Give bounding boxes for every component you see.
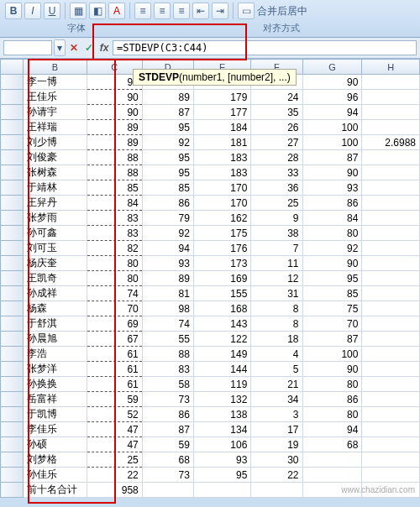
spreadsheet-grid[interactable]: B C D E F G H 李一博 90 88 178 90 王佳乐 90 89… [0, 59, 420, 498]
row-header[interactable] [1, 135, 24, 150]
cell[interactable]: 119 [193, 377, 250, 392]
cell[interactable]: 162 [193, 211, 250, 226]
cell[interactable]: 杨森 [23, 301, 87, 316]
table-row[interactable]: 王佳乐 90 89 179 24 96 [1, 90, 420, 105]
indent-decrease-button[interactable]: ⇤ [192, 3, 209, 19]
cell[interactable]: 8 [251, 301, 302, 316]
cell[interactable]: 70 [87, 301, 142, 316]
underline-button[interactable]: U [44, 3, 60, 19]
cell[interactable]: 90 [302, 75, 362, 90]
cell[interactable]: 19 [251, 437, 302, 452]
cell[interactable]: 95 [142, 165, 193, 180]
select-all[interactable] [1, 60, 24, 75]
cell[interactable]: 王舁丹 [23, 196, 87, 211]
row-header[interactable] [1, 165, 24, 180]
cell[interactable]: 7 [251, 241, 302, 256]
cell[interactable]: 143 [193, 316, 250, 332]
row-header[interactable] [1, 256, 24, 271]
row-header[interactable] [1, 286, 24, 301]
cell[interactable] [362, 90, 420, 105]
table-row[interactable]: 李佳乐 47 87 134 17 94 [1, 422, 420, 437]
cell[interactable]: 86 [142, 407, 193, 422]
cell[interactable]: 84 [87, 196, 142, 211]
row-header[interactable] [1, 226, 24, 241]
cell[interactable]: 96 [302, 90, 362, 105]
cell[interactable]: 李佳乐 [23, 422, 87, 437]
merge-icon[interactable]: ▭ [238, 3, 255, 19]
cell[interactable]: 孙换换 [23, 377, 87, 392]
cell[interactable]: 孙佳乐 [23, 468, 87, 483]
font-color-button[interactable]: A [108, 3, 125, 19]
cell[interactable]: 8 [251, 316, 302, 332]
cell[interactable]: 11 [251, 256, 302, 271]
cell[interactable]: 83 [87, 211, 142, 226]
cell[interactable] [362, 226, 420, 241]
align-right-button[interactable]: ≡ [173, 3, 190, 19]
table-row[interactable]: 刘梦格 25 68 93 30 [1, 452, 420, 468]
cell[interactable]: 100 [302, 347, 362, 362]
cell[interactable] [362, 211, 420, 226]
row-header[interactable] [1, 452, 24, 468]
cell[interactable]: 于凯博 [23, 407, 87, 422]
formula-input[interactable]: =STDEVP(C3:C44) [113, 40, 417, 55]
cell[interactable] [362, 347, 420, 362]
cell[interactable]: 21 [251, 377, 302, 392]
cell[interactable]: 孙请宇 [23, 105, 87, 120]
cell[interactable]: 85 [302, 286, 362, 301]
cell[interactable]: 95 [193, 468, 250, 483]
cell[interactable]: 177 [193, 105, 250, 120]
cell[interactable]: 88 [142, 347, 193, 362]
cell[interactable]: 26 [251, 120, 302, 135]
cell[interactable]: 134 [193, 422, 250, 437]
row-header[interactable] [1, 316, 24, 332]
cell[interactable]: 89 [87, 135, 142, 150]
table-row[interactable]: 孙成祥 74 81 155 31 85 [1, 286, 420, 301]
cell[interactable]: 24 [251, 90, 302, 105]
table-row[interactable]: 李浩 61 88 149 4 100 [1, 347, 420, 362]
cell[interactable]: 85 [87, 180, 142, 196]
name-box-dropdown[interactable]: ▾ [54, 39, 66, 56]
cell[interactable]: 岳富祥 [23, 392, 87, 407]
cell[interactable]: 82 [87, 241, 142, 256]
cell[interactable]: 84 [302, 211, 362, 226]
cell[interactable]: 30 [251, 452, 302, 468]
cell[interactable]: 前十名合计 [23, 483, 87, 498]
cell[interactable]: 75 [302, 301, 362, 316]
cell[interactable]: 89 [142, 271, 193, 286]
cell[interactable]: 74 [87, 286, 142, 301]
cell[interactable]: 90 [302, 362, 362, 377]
cell[interactable]: 70 [302, 316, 362, 332]
cell[interactable] [362, 196, 420, 211]
row-header[interactable] [1, 377, 24, 392]
cell[interactable]: 55 [142, 332, 193, 347]
cell[interactable]: 68 [302, 437, 362, 452]
cell[interactable]: 67 [87, 332, 142, 347]
cell[interactable]: 184 [193, 120, 250, 135]
cell[interactable]: 61 [87, 347, 142, 362]
cell[interactable]: 68 [142, 452, 193, 468]
cell[interactable] [302, 452, 362, 468]
table-row[interactable]: 于舒淇 69 74 143 8 70 [1, 316, 420, 332]
cell[interactable]: 94 [302, 422, 362, 437]
row-header[interactable] [1, 407, 24, 422]
cell[interactable]: 李一博 [23, 75, 87, 90]
cell[interactable]: 173 [193, 256, 250, 271]
cell[interactable]: 79 [142, 211, 193, 226]
cell[interactable]: 22 [87, 468, 142, 483]
cell[interactable]: 89 [87, 120, 142, 135]
cell[interactable]: 80 [87, 256, 142, 271]
cell[interactable]: 149 [193, 347, 250, 362]
cell[interactable]: 59 [142, 437, 193, 452]
row-header[interactable] [1, 437, 24, 452]
cell[interactable] [362, 120, 420, 135]
cell[interactable] [362, 407, 420, 422]
fx-icon[interactable]: fx [97, 41, 111, 55]
cell[interactable]: 94 [302, 105, 362, 120]
cell[interactable]: 杨庆奎 [23, 256, 87, 271]
row-header[interactable] [1, 271, 24, 286]
cell[interactable]: 31 [251, 286, 302, 301]
col-header[interactable]: B [23, 60, 87, 75]
cell[interactable]: 87 [142, 105, 193, 120]
cell[interactable]: 王祥瑞 [23, 120, 87, 135]
cell[interactable]: 92 [142, 226, 193, 241]
